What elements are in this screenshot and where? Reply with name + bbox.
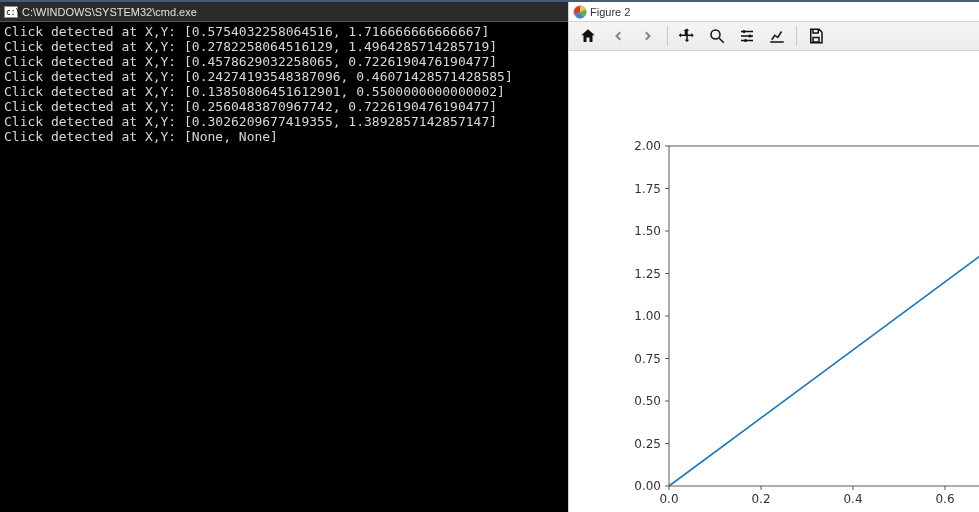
cmd-output-line: Click detected at X,Y: [0.25604838709677… (4, 99, 564, 114)
toolbar-separator (796, 26, 797, 46)
chart-line-icon (768, 27, 786, 45)
cmd-titlebar[interactable]: c:\ C:\WINDOWS\SYSTEM32\cmd.exe (0, 2, 568, 22)
home-icon (579, 27, 597, 45)
zoom-button[interactable] (702, 23, 732, 49)
y-tick-label: 0.50 (634, 394, 661, 408)
x-tick-label: 0.4 (843, 492, 862, 506)
subplots-button[interactable] (732, 23, 762, 49)
cmd-icon: c:\ (4, 6, 18, 18)
back-arrow-icon (609, 27, 627, 45)
y-tick-label: 1.75 (634, 182, 661, 196)
figure-titlebar[interactable]: Figure 2 (569, 2, 979, 22)
svg-point-5 (744, 39, 747, 42)
forward-arrow-icon (639, 27, 657, 45)
cmd-output[interactable]: Click detected at X,Y: [0.57540322580645… (0, 22, 568, 512)
zoom-icon (708, 27, 726, 45)
matplotlib-icon (573, 5, 587, 19)
move-icon (678, 27, 696, 45)
y-tick-label: 1.00 (634, 309, 661, 323)
cmd-output-line: Click detected at X,Y: [0.27822580645161… (4, 39, 564, 54)
y-tick-label: 0.00 (634, 479, 661, 493)
svg-rect-6 (669, 146, 979, 486)
x-tick-label: 0.0 (659, 492, 678, 506)
y-tick-label: 0.75 (634, 352, 661, 366)
cmd-window: c:\ C:\WINDOWS\SYSTEM32\cmd.exe Click de… (0, 2, 568, 512)
plot-svg: 0.000.250.500.751.001.251.501.752.000.00… (569, 51, 979, 512)
svg-point-1 (711, 30, 720, 39)
svg-point-4 (749, 35, 752, 38)
sliders-icon (738, 27, 756, 45)
toolbar-separator (667, 26, 668, 46)
cmd-output-line: Click detected at X,Y: [None, None] (4, 129, 564, 144)
edit-axis-button[interactable] (762, 23, 792, 49)
y-tick-label: 0.25 (634, 437, 661, 451)
figure-toolbar (569, 22, 979, 51)
cmd-title: C:\WINDOWS\SYSTEM32\cmd.exe (22, 6, 197, 18)
forward-button[interactable] (633, 23, 663, 49)
save-icon (807, 27, 825, 45)
back-button[interactable] (603, 23, 633, 49)
save-button[interactable] (801, 23, 831, 49)
pan-button[interactable] (672, 23, 702, 49)
data-series-line (669, 146, 979, 486)
y-tick-label: 2.00 (634, 139, 661, 153)
y-tick-label: 1.25 (634, 267, 661, 281)
cmd-output-line: Click detected at X,Y: [0.13850806451612… (4, 84, 564, 99)
cmd-output-line: Click detected at X,Y: [0.45786290322580… (4, 54, 564, 69)
y-tick-label: 1.50 (634, 224, 661, 238)
figure-window: Figure 2 (568, 2, 979, 512)
figure-title: Figure 2 (590, 6, 630, 18)
svg-line-2 (719, 38, 724, 43)
cmd-output-line: Click detected at X,Y: [0.57540322580645… (4, 24, 564, 39)
cmd-output-line: Click detected at X,Y: [0.24274193548387… (4, 69, 564, 84)
svg-point-3 (743, 30, 746, 33)
home-button[interactable] (573, 23, 603, 49)
x-tick-label: 0.6 (935, 492, 954, 506)
x-tick-label: 0.2 (751, 492, 770, 506)
plot-canvas[interactable]: 0.000.250.500.751.001.251.501.752.000.00… (569, 51, 979, 512)
cmd-output-line: Click detected at X,Y: [0.30262096774193… (4, 114, 564, 129)
